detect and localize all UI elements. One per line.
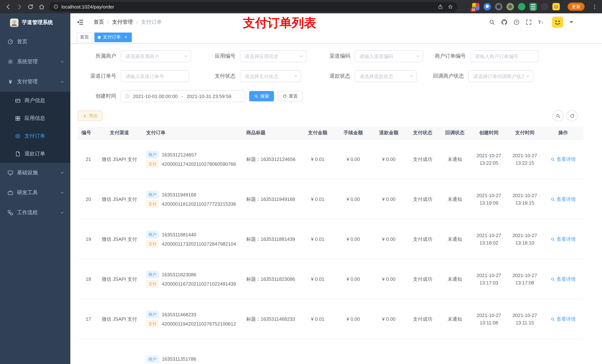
cell-pay-channel: 微信 JSAPI 支付	[96, 139, 142, 179]
app-no-select[interactable]	[240, 50, 307, 62]
cell-notify-status: 未通知	[439, 219, 471, 259]
browser-toolbar: localhost:1024/pay/order 10	[0, 0, 602, 13]
sidebar-item-payment[interactable]: ¥ 支付管理	[0, 72, 70, 92]
tab-pay-order[interactable]: 支付订单 ×	[94, 32, 132, 42]
browser-update-button[interactable]: 更新	[568, 3, 585, 11]
tags-view: 首页 支付订单 ×	[70, 31, 602, 44]
filter-channel-code: 渠道编码	[307, 50, 423, 62]
url-bar[interactable]: localhost:1024/pay/order	[49, 2, 458, 11]
filter-pay-status: 支付状态	[189, 70, 301, 82]
browser-extension-icon-4[interactable]	[506, 3, 514, 10]
search-button[interactable]: 搜索	[249, 91, 274, 101]
channel-order-no-input[interactable]	[121, 70, 189, 82]
col-header-channel: 支付渠道	[96, 126, 142, 139]
sidebar-item-app-info[interactable]: 应用信息	[0, 110, 70, 127]
browser-extension-icon-7[interactable]	[541, 3, 548, 10]
table-row: 19 微信 JSAPI 支付 商户 1635311881440 支付	[78, 219, 583, 259]
logo-row[interactable]: 芋道管理系统	[0, 13, 70, 32]
reload-icon[interactable]	[25, 1, 35, 12]
cell-pay-status: 支付成功	[407, 179, 439, 219]
refresh-button[interactable]	[567, 110, 578, 121]
browser-extension-icon-5[interactable]	[518, 3, 525, 10]
channel-order-no: 4200001174202110278060590766	[162, 161, 236, 167]
merchant-order-no-input[interactable]	[470, 50, 539, 62]
date-range-input[interactable]: 2021-10-01 00:00:00 - 2021-10-31 23:59:5…	[121, 90, 246, 102]
cell-id: 20	[78, 179, 96, 219]
share-icon[interactable]	[438, 4, 443, 10]
breadcrumb-home[interactable]: 首页	[94, 19, 104, 26]
browser-profile-avatar[interactable]	[552, 3, 560, 10]
font-size-icon[interactable]: TT	[538, 19, 544, 26]
sidebar-item-merchant-info[interactable]: 商户信息	[0, 92, 70, 110]
forward-icon[interactable]	[14, 1, 24, 12]
home-icon[interactable]	[36, 1, 47, 12]
sidebar-toggle-icon[interactable]	[77, 19, 84, 26]
back-icon[interactable]	[3, 1, 13, 12]
url-text[interactable]: localhost:1024/pay/order	[62, 4, 114, 10]
merchant-badge: 商户	[146, 355, 159, 363]
view-detail-link[interactable]: 查看详情	[550, 196, 576, 203]
cell-fee-amount: ¥ 0.00	[335, 179, 371, 219]
site-info-icon[interactable]	[53, 4, 58, 9]
view-detail-link[interactable]: 查看详情	[550, 276, 576, 282]
col-header-refund: 退款金额	[371, 126, 407, 139]
pay-status-select[interactable]	[240, 70, 301, 82]
github-icon[interactable]	[501, 19, 508, 26]
sidebar-menu: 首页 系统管理 ¥ 支付管理	[0, 32, 70, 223]
cell-create-time: 2021-10-27 13:11:08	[471, 299, 507, 339]
bookmark-star-icon[interactable]	[448, 4, 453, 10]
sidebar-item-home[interactable]: 首页	[0, 32, 70, 52]
breadcrumb-section[interactable]: 支付管理	[112, 19, 133, 26]
cell-pay-channel	[96, 339, 142, 364]
svg-text:?: ?	[516, 21, 517, 24]
field-label: 商户订单编号	[423, 53, 470, 60]
view-detail-link[interactable]: 查看详情	[550, 156, 576, 163]
view-detail-link[interactable]: 查看详情	[550, 236, 576, 242]
merchant-badge: 商户	[146, 231, 159, 238]
cell-notify-status: 未通知	[439, 179, 471, 219]
channel-order-line: 支付 4200001181202110277723215336	[146, 200, 239, 208]
sidebar-item-pay-order[interactable]: 支付订单	[0, 127, 70, 145]
browser-extension-icon-2[interactable]	[484, 3, 491, 10]
view-detail-link[interactable]: 查看详情	[550, 316, 576, 322]
browser-extension-icon-1[interactable]: 10	[472, 3, 479, 10]
merchant-order-no: 1635312124657	[162, 152, 197, 157]
close-icon[interactable]: ×	[123, 35, 129, 40]
export-button[interactable]: 导出	[78, 111, 103, 121]
sidebar-item-label: 工作流程	[17, 209, 38, 216]
pay-badge: 支付	[146, 240, 159, 248]
pay-date: 2021-10-27	[511, 312, 539, 319]
browser-menu-icon[interactable]	[592, 4, 598, 10]
reset-button[interactable]: 重置	[278, 91, 302, 101]
sidebar-item-infrastructure[interactable]: 基础设施	[0, 163, 70, 183]
toggle-search-button[interactable]	[552, 110, 563, 121]
toolbox-icon	[7, 190, 13, 196]
cell-create-time: 2021-10-27 13:18:02	[471, 219, 507, 259]
user-avatar[interactable]	[552, 17, 563, 28]
create-time: 13:22:05	[475, 159, 503, 167]
sidebar-item-workflow[interactable]: 工作流程	[0, 203, 70, 223]
refund-status-select[interactable]	[355, 70, 417, 82]
chevron-down-icon	[60, 60, 64, 64]
search-icon[interactable]	[489, 19, 495, 26]
date-start-value: 2021-10-01 00:00:00	[133, 94, 178, 99]
sidebar-item-refund-order[interactable]: 退款订单	[0, 145, 70, 163]
sidebar-item-dev-tools[interactable]: 研发工具	[0, 183, 70, 203]
cell-id: 17	[78, 299, 96, 339]
monitor-icon	[7, 170, 13, 176]
browser-extension-icon-6[interactable]	[529, 3, 537, 10]
breadcrumb-separator: /	[136, 19, 138, 25]
filter-row-3: 创建时间 2021-10-01 00:00:00 - 2021-10-31 23…	[78, 90, 595, 102]
browser-extension-icon-3[interactable]	[495, 3, 502, 10]
tab-home[interactable]: 首页	[77, 32, 92, 42]
filter-merchant: 所属商户	[78, 50, 191, 62]
channel-code-select[interactable]	[355, 50, 423, 62]
sidebar-item-system[interactable]: 系统管理	[0, 52, 70, 72]
fullscreen-icon[interactable]	[525, 19, 532, 26]
help-icon[interactable]: ?	[513, 19, 520, 26]
merchant-select[interactable]	[121, 50, 191, 62]
callback-status-select[interactable]	[468, 70, 533, 82]
view-detail-label: 查看详情	[557, 156, 576, 163]
channel-order-no: 4200001173202110272847982104	[162, 241, 236, 247]
user-menu-caret-icon[interactable]	[570, 21, 573, 23]
